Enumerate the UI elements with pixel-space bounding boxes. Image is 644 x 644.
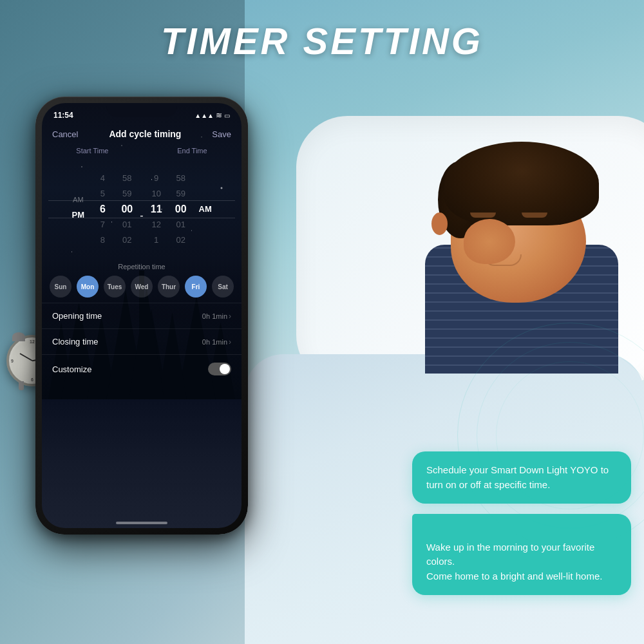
bubble-1: Schedule your Smart Down Light YOYO to t…	[412, 451, 631, 504]
repetition-label: Repetition time	[42, 263, 242, 270]
opening-time-chevron: ›	[229, 312, 231, 321]
phone-screen: 11:54 ▲▲▲ ≋ ▭ Cancel Add cycle timing Sa…	[42, 103, 242, 528]
end-min-02: 02	[176, 233, 185, 247]
main-title: TIMER SETTING	[0, 19, 644, 62]
closing-time-chevron: ›	[229, 337, 231, 346]
day-wed[interactable]: Wed	[131, 276, 153, 298]
clock-9: 9	[11, 359, 14, 363]
bubble-2: Wake up in the morning to your favorite …	[412, 514, 631, 595]
status-time: 11:54	[53, 111, 73, 120]
start-min-59: 59	[122, 187, 131, 201]
days-row[interactable]: Sun Mon Tues Wed Thur Fri Sat	[42, 276, 242, 298]
bubble-2-text: Wake up in the morning to your favorite …	[426, 542, 602, 582]
day-sat[interactable]: Sat	[212, 276, 234, 298]
child-ear	[431, 213, 448, 235]
day-fri[interactable]: Fri	[185, 276, 207, 298]
customize-toggle[interactable]	[208, 363, 231, 375]
battery-icon: ▭	[224, 112, 230, 119]
start-hour-7: 7	[100, 218, 105, 232]
child-eye-right	[522, 213, 547, 218]
toggle-knob	[220, 364, 230, 374]
closing-time-value: 0h 1min ›	[202, 337, 231, 346]
clock-6: 6	[31, 377, 33, 382]
time-picker[interactable]: AM PM 4 5 6 7 8	[42, 158, 242, 261]
start-time-label: Start Time	[76, 147, 108, 155]
end-hour-9: 9	[154, 171, 158, 185]
end-hour-12: 12	[151, 218, 160, 232]
phone: 11:54 ▲▲▲ ≋ ▭ Cancel Add cycle timing Sa…	[35, 97, 248, 535]
start-min-58: 58	[122, 171, 131, 185]
picker-highlight	[48, 200, 235, 218]
start-min-02: 02	[122, 233, 131, 247]
status-icons: ▲▲▲ ≋ ▭	[194, 111, 230, 120]
save-button[interactable]: Save	[212, 129, 231, 139]
day-thur[interactable]: Thur	[158, 276, 180, 298]
customize-row[interactable]: Customize	[42, 354, 242, 383]
app-title: Add cycle timing	[109, 129, 181, 139]
clock-12: 12	[30, 339, 35, 344]
start-hour-8: 8	[100, 233, 105, 247]
opening-time-row[interactable]: Opening time 0h 1min ›	[42, 303, 242, 328]
cancel-button[interactable]: Cancel	[52, 129, 78, 139]
end-min-58: 58	[176, 171, 185, 185]
end-min-01: 01	[176, 218, 185, 232]
wifi-icon: ≋	[216, 111, 222, 120]
clock-bell-left	[12, 332, 25, 341]
closing-time-label: Closing time	[52, 337, 99, 346]
child-hand	[464, 219, 515, 264]
opening-time-text: 0h 1min	[202, 312, 227, 320]
end-min-59: 59	[176, 187, 185, 201]
status-bar: 11:54 ▲▲▲ ≋ ▭	[42, 108, 242, 122]
clock-hand-hour	[19, 353, 32, 361]
day-tues[interactable]: Tues	[104, 276, 126, 298]
speech-bubbles-container: Schedule your Smart Down Light YOYO to t…	[412, 451, 631, 605]
opening-time-value: 0h 1min ›	[202, 312, 231, 321]
end-time-label: End Time	[177, 147, 207, 155]
signal-icon: ▲▲▲	[194, 112, 214, 119]
home-indicator	[116, 522, 167, 524]
title-area: TIMER SETTING	[0, 19, 644, 62]
day-sun[interactable]: Sun	[50, 276, 71, 298]
clock-leg-left	[19, 381, 24, 390]
settings-section: Opening time 0h 1min › Closing time 0h 1…	[42, 303, 242, 383]
closing-time-text: 0h 1min	[202, 338, 227, 346]
repetition-section: Repetition time Sun Mon Tues Wed Thur Fr…	[42, 263, 242, 298]
day-mon[interactable]: Mon	[77, 276, 99, 298]
phone-outer: 11:54 ▲▲▲ ≋ ▭ Cancel Add cycle timing Sa…	[35, 97, 248, 535]
child-eye-left	[470, 213, 496, 218]
closing-time-row[interactable]: Closing time 0h 1min ›	[42, 328, 242, 354]
customize-label: Customize	[52, 365, 91, 374]
start-hour-4: 4	[100, 171, 105, 185]
app-header: Cancel Add cycle timing Save	[42, 124, 242, 144]
bubble-1-text: Schedule your Smart Down Light YOYO to t…	[426, 464, 609, 490]
time-labels: Start Time End Time	[42, 147, 242, 155]
start-min-01: 01	[122, 218, 131, 232]
end-hour-1: 1	[154, 233, 158, 247]
opening-time-label: Opening time	[52, 311, 102, 321]
end-hour-10: 10	[151, 187, 160, 201]
child-head	[438, 142, 605, 290]
start-hour-5: 5	[100, 187, 105, 201]
